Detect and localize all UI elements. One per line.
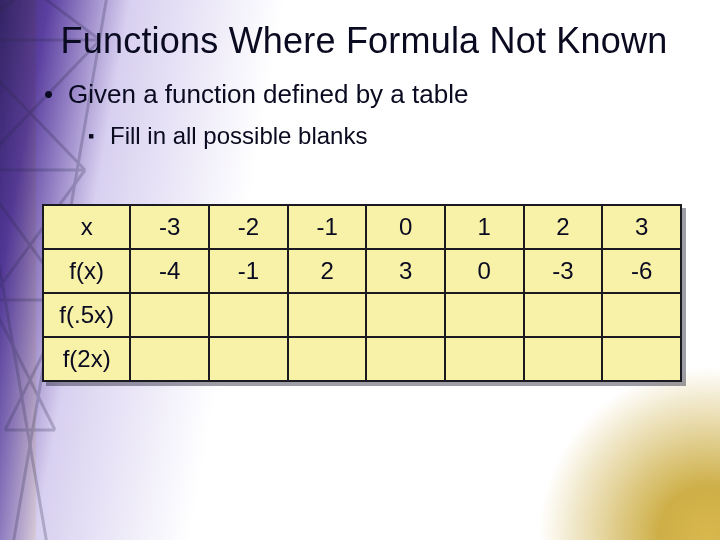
cell — [209, 293, 288, 337]
cell — [288, 337, 367, 381]
cell — [288, 293, 367, 337]
table-row: x -3 -2 -1 0 1 2 3 — [43, 205, 681, 249]
cell: -1 — [209, 249, 288, 293]
bullet-list: Given a function defined by a table Fill… — [40, 79, 688, 150]
function-table-wrap: x -3 -2 -1 0 1 2 3 f(x) -4 -1 2 3 0 -3 -… — [42, 204, 682, 382]
cell: 0 — [445, 249, 524, 293]
row-header-f2x: f(2x) — [43, 337, 130, 381]
cell — [524, 293, 603, 337]
cell — [602, 337, 681, 381]
row-header-x: x — [43, 205, 130, 249]
cell: -3 — [130, 205, 209, 249]
cell — [524, 337, 603, 381]
cell — [602, 293, 681, 337]
bullet-level-2: Fill in all possible blanks — [88, 122, 688, 150]
cell: -3 — [524, 249, 603, 293]
row-header-fhalfx: f(.5x) — [43, 293, 130, 337]
cell: 3 — [602, 205, 681, 249]
cell — [445, 337, 524, 381]
slide-content: Functions Where Formula Not Known Given … — [0, 0, 720, 540]
cell — [366, 293, 445, 337]
cell — [130, 293, 209, 337]
row-header-fx: f(x) — [43, 249, 130, 293]
cell — [130, 337, 209, 381]
table-row: f(x) -4 -1 2 3 0 -3 -6 — [43, 249, 681, 293]
cell: -1 — [288, 205, 367, 249]
cell: 1 — [445, 205, 524, 249]
cell: -2 — [209, 205, 288, 249]
cell: 2 — [524, 205, 603, 249]
cell — [445, 293, 524, 337]
cell: -6 — [602, 249, 681, 293]
table-row: f(.5x) — [43, 293, 681, 337]
table-row: f(2x) — [43, 337, 681, 381]
cell — [366, 337, 445, 381]
function-table: x -3 -2 -1 0 1 2 3 f(x) -4 -1 2 3 0 -3 -… — [42, 204, 682, 382]
bullet-level-1: Given a function defined by a table — [44, 79, 688, 110]
cell: -4 — [130, 249, 209, 293]
cell: 0 — [366, 205, 445, 249]
cell — [209, 337, 288, 381]
cell: 2 — [288, 249, 367, 293]
cell: 3 — [366, 249, 445, 293]
slide-title: Functions Where Formula Not Known — [40, 22, 688, 61]
